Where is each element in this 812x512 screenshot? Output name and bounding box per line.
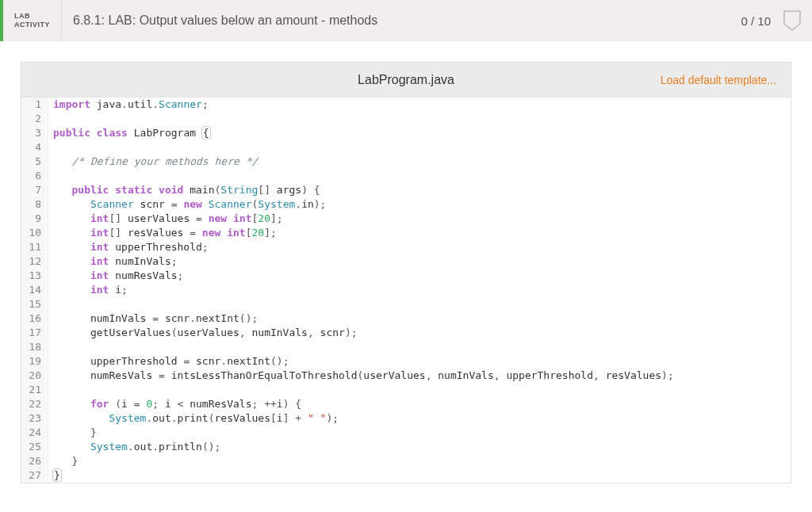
lab-title: 6.8.1: LAB: Output values below an amoun… xyxy=(62,0,733,41)
code-text[interactable]: for (i = 0; i < numResVals; ++i) { xyxy=(48,397,301,411)
code-line[interactable]: 20 numResVals = intsLessThanOrEqualToThr… xyxy=(21,369,791,383)
code-line[interactable]: 21 xyxy=(21,383,791,397)
editor-panel: LabProgram.java Load default template...… xyxy=(0,41,812,483)
code-line[interactable]: 10 int[] resValues = new int[20]; xyxy=(21,226,791,240)
code-line[interactable]: 23 System.out.print(resValues[i] + " "); xyxy=(21,411,791,426)
line-number: 3 xyxy=(21,126,48,140)
code-line[interactable]: 13 int numResVals; xyxy=(21,269,791,283)
line-number: 11 xyxy=(21,240,48,254)
code-line[interactable]: 16 numInVals = scnr.nextInt(); xyxy=(21,311,791,326)
code-text[interactable]: Scanner scnr = new Scanner(System.in); xyxy=(48,197,326,212)
code-text[interactable] xyxy=(48,297,59,311)
line-number: 15 xyxy=(21,297,48,311)
code-line[interactable]: 27} xyxy=(21,468,791,483)
line-number: 1 xyxy=(21,97,48,112)
filename-tab[interactable]: LabProgram.java xyxy=(358,73,454,87)
lab-header: LAB ACTIVITY 6.8.1: LAB: Output values b… xyxy=(0,0,812,41)
line-number: 6 xyxy=(21,169,48,183)
code-line[interactable]: 22 for (i = 0; i < numResVals; ++i) { xyxy=(21,397,791,411)
code-line[interactable]: 26 } xyxy=(21,454,791,468)
load-default-link[interactable]: Load default template... xyxy=(661,74,791,86)
line-number: 13 xyxy=(21,269,48,283)
line-number: 7 xyxy=(21,183,48,197)
line-number: 14 xyxy=(21,283,48,297)
code-line[interactable]: 3public class LabProgram { xyxy=(21,126,791,140)
code-text[interactable]: } xyxy=(48,426,97,440)
line-number: 23 xyxy=(21,411,48,426)
code-line[interactable]: 18 xyxy=(21,340,791,354)
line-number: 26 xyxy=(21,454,48,468)
line-number: 27 xyxy=(21,468,48,483)
line-number: 5 xyxy=(21,155,48,169)
code-text[interactable]: getUserValues(userValues, numInVals, scn… xyxy=(48,326,358,340)
line-number: 20 xyxy=(21,369,48,383)
pocket-icon[interactable] xyxy=(779,0,812,41)
code-text[interactable] xyxy=(48,340,59,354)
code-line[interactable]: 25 System.out.println(); xyxy=(21,440,791,454)
code-line[interactable]: 24 } xyxy=(21,426,791,440)
code-line[interactable]: 2 xyxy=(21,112,791,126)
code-text[interactable] xyxy=(48,140,59,155)
code-text[interactable]: int numInVals; xyxy=(48,254,178,269)
line-number: 17 xyxy=(21,326,48,340)
code-line[interactable]: 12 int numInVals; xyxy=(21,254,791,269)
lab-label-top: LAB xyxy=(14,12,50,21)
code-line[interactable]: 1import java.util.Scanner; xyxy=(21,97,791,112)
line-number: 18 xyxy=(21,340,48,354)
line-number: 22 xyxy=(21,397,48,411)
code-text[interactable]: int upperThreshold; xyxy=(48,240,209,254)
code-line[interactable]: 17 getUserValues(userValues, numInVals, … xyxy=(21,326,791,340)
line-number: 2 xyxy=(21,112,48,126)
code-text[interactable]: /* Define your methods here */ xyxy=(48,155,258,169)
line-number: 8 xyxy=(21,197,48,212)
code-line[interactable]: 14 int i; xyxy=(21,283,791,297)
score-display: 0 / 10 xyxy=(733,0,779,41)
editor-tabbar: LabProgram.java Load default template... xyxy=(21,62,791,97)
line-number: 21 xyxy=(21,383,48,397)
code-line[interactable]: 5 /* Define your methods here */ xyxy=(21,155,791,169)
code-text[interactable]: } xyxy=(48,468,61,483)
code-text[interactable]: System.out.print(resValues[i] + " "); xyxy=(48,411,339,426)
code-text[interactable] xyxy=(48,383,59,397)
line-number: 10 xyxy=(21,226,48,240)
code-text[interactable]: int numResVals; xyxy=(48,269,183,283)
code-line[interactable]: 7 public static void main(String[] args)… xyxy=(21,183,791,197)
code-text[interactable]: public class LabProgram { xyxy=(48,126,210,140)
code-text[interactable]: } xyxy=(48,454,78,468)
code-line[interactable]: 6 xyxy=(21,169,791,183)
code-line[interactable]: 15 xyxy=(21,297,791,311)
code-line[interactable]: 4 xyxy=(21,140,791,155)
line-number: 16 xyxy=(21,311,48,326)
code-text[interactable] xyxy=(48,112,59,126)
code-line[interactable]: 9 int[] userValues = new int[20]; xyxy=(21,212,791,226)
lab-label-bottom: ACTIVITY xyxy=(14,21,50,29)
line-number: 9 xyxy=(21,212,48,226)
code-text[interactable]: upperThreshold = scnr.nextInt(); xyxy=(48,354,289,369)
code-text[interactable]: int[] userValues = new int[20]; xyxy=(48,212,283,226)
code-line[interactable]: 19 upperThreshold = scnr.nextInt(); xyxy=(21,354,791,369)
line-number: 25 xyxy=(21,440,48,454)
code-text[interactable]: numResVals = intsLessThanOrEqualToThresh… xyxy=(48,369,674,383)
code-text[interactable]: import java.util.Scanner; xyxy=(48,97,209,112)
code-text[interactable]: numInVals = scnr.nextInt(); xyxy=(48,311,258,326)
line-number: 19 xyxy=(21,354,48,369)
code-text[interactable]: System.out.println(); xyxy=(48,440,220,454)
lab-container: LAB ACTIVITY 6.8.1: LAB: Output values b… xyxy=(0,0,812,483)
code-text[interactable]: int[] resValues = new int[20]; xyxy=(48,226,277,240)
line-number: 24 xyxy=(21,426,48,440)
line-number: 4 xyxy=(21,140,48,155)
code-line[interactable]: 8 Scanner scnr = new Scanner(System.in); xyxy=(21,197,791,212)
code-text[interactable] xyxy=(48,169,59,183)
code-line[interactable]: 11 int upperThreshold; xyxy=(21,240,791,254)
code-text[interactable]: public static void main(String[] args) { xyxy=(48,183,320,197)
code-text[interactable]: int i; xyxy=(48,283,128,297)
lab-activity-label: LAB ACTIVITY xyxy=(3,0,62,41)
line-number: 12 xyxy=(21,254,48,269)
code-editor[interactable]: 1import java.util.Scanner;2 3public clas… xyxy=(21,97,791,483)
